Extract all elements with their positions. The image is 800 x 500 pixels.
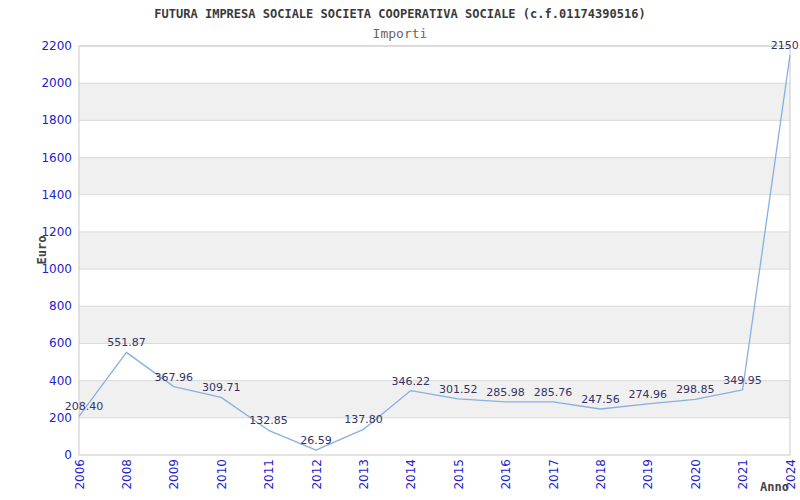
x-tick-label: 2021 [736, 459, 750, 490]
data-label: 137.80 [344, 413, 383, 426]
data-label: 367.96 [155, 371, 194, 384]
plot-bands [79, 83, 790, 418]
data-label: 309.71 [202, 381, 241, 394]
x-tick-label: 2009 [167, 459, 181, 490]
x-tick-label: 2012 [310, 459, 324, 490]
data-label: 285.98 [486, 386, 525, 399]
data-label: 274.96 [629, 388, 668, 401]
chart-title: FUTURA IMPRESA SOCIALE SOCIETA COOPERATI… [154, 7, 645, 21]
x-tick-label: 2006 [73, 459, 87, 490]
x-tick-label: 2017 [547, 459, 561, 490]
y-tick-label: 2200 [41, 39, 72, 53]
x-tick-label: 2013 [357, 459, 371, 490]
data-label: 301.52 [439, 383, 478, 396]
data-label: 349.95 [723, 374, 762, 387]
y-tick-label: 400 [49, 374, 72, 388]
x-tick-label: 2010 [215, 459, 229, 490]
y-tick-label: 1400 [41, 188, 72, 202]
y-tick-label: 1600 [41, 151, 72, 165]
x-tick-label: 2020 [689, 459, 703, 490]
data-label: 285.76 [534, 386, 573, 399]
plot-band [79, 83, 790, 120]
data-label: 298.85 [676, 383, 715, 396]
data-label: 551.87 [107, 336, 146, 349]
x-tick-label: 2015 [452, 459, 466, 490]
plot-band [79, 158, 790, 195]
x-axis-label: Anno [760, 480, 789, 494]
x-tick-label: 2018 [594, 459, 608, 490]
y-tick-label: 1800 [41, 113, 72, 127]
y-tick-label: 0 [64, 448, 72, 462]
x-tick-label: 2011 [262, 459, 276, 490]
x-tick-label: 2014 [404, 459, 418, 490]
line-chart: 208.40551.87367.96309.71132.8526.59137.8… [0, 0, 800, 500]
plot-band [79, 232, 790, 269]
data-label: 26.59 [300, 434, 332, 447]
data-label: 346.22 [392, 375, 431, 388]
chart-subtitle: Importi [373, 26, 428, 41]
chart-container: 208.40551.87367.96309.71132.8526.59137.8… [0, 0, 800, 500]
x-tick-label: 2016 [499, 459, 513, 490]
x-tick-label: 2019 [641, 459, 655, 490]
y-tick-label: 200 [49, 411, 72, 425]
y-axis-label: Euro [35, 236, 49, 265]
data-label: 132.85 [249, 414, 288, 427]
y-tick-label: 2000 [41, 76, 72, 90]
plot-band [79, 306, 790, 343]
x-axis-tick-labels: 2006200820092010201120122013201420152016… [73, 459, 798, 490]
y-tick-label: 600 [49, 336, 72, 350]
data-label: 247.56 [581, 393, 620, 406]
y-tick-label: 800 [49, 299, 72, 313]
data-label: 2150.7 [771, 39, 800, 52]
x-tick-label: 2008 [120, 459, 134, 490]
